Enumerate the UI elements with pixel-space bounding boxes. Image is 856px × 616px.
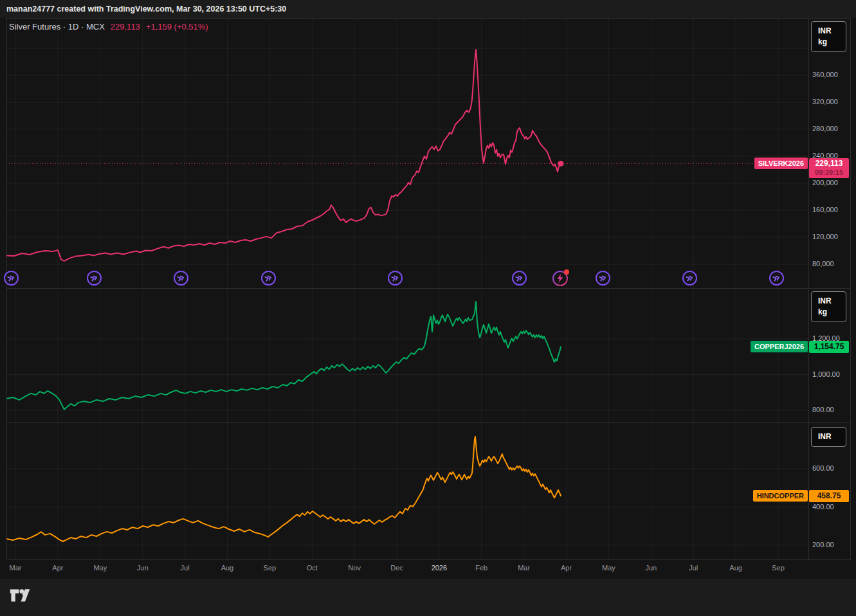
tradingview-logo-icon[interactable]: [10, 587, 30, 604]
tradingview-snapshot: manan24777 created with TradingView.com,…: [0, 0, 856, 616]
price-badge-silver-countdown: 09:39:15: [809, 168, 849, 177]
fast-forward-marker-icon[interactable]: [388, 271, 403, 285]
unit-badge-silver: INR kg: [811, 21, 846, 52]
unit-measure: kg: [818, 307, 846, 318]
time-axis-border: [6, 559, 850, 560]
price-tick-silver-120,000: 120,000: [812, 233, 838, 240]
legend-title[interactable]: Silver Futures · 1D · MCX: [9, 22, 105, 32]
price-tick-copper-1,000.00: 1,000.00: [812, 370, 840, 378]
time-tick-Oct-7: Oct: [307, 564, 318, 572]
price-tick-silver-200,000: 200,000: [812, 179, 838, 186]
price-tick-copper-1,200.00: 1,200.00: [812, 334, 840, 342]
time-tick-Sep-6: Sep: [264, 564, 277, 572]
price-tick-hind-200.00: 200.00: [812, 541, 834, 548]
unit-badge-hindcopper: INR: [811, 427, 846, 447]
time-tick-Jun-15: Jun: [645, 564, 657, 572]
time-tick-Jul-16: Jul: [689, 564, 698, 572]
attribution-text: manan24777 created with TradingView.com,…: [6, 5, 286, 14]
time-tick-Sep-18: Sep: [772, 564, 785, 572]
price-tick-silver-360,000: 360,000: [812, 71, 838, 78]
frame-top-border: [6, 18, 850, 19]
time-tick-Jul-4: Jul: [181, 564, 190, 572]
price-tick-hind-600.00: 600.00: [812, 464, 834, 472]
event-lightning-marker-icon[interactable]: [552, 271, 568, 286]
unit-currency: INR: [818, 26, 846, 37]
series-label-silverk2026[interactable]: SILVERK2026: [754, 158, 808, 169]
unit-badge-copper: INR kg: [811, 291, 846, 322]
unit-measure: kg: [818, 37, 846, 48]
time-tick-Apr-1: Apr: [52, 564, 63, 572]
pane-separator-1[interactable]: [6, 288, 850, 289]
frame-left-border: [6, 18, 7, 560]
time-tick-Apr-13: Apr: [561, 564, 572, 572]
time-tick-Feb-11: Feb: [475, 564, 487, 572]
attribution-bar: manan24777 created with TradingView.com,…: [0, 0, 856, 18]
footer-bar: TradingView: [0, 579, 856, 616]
fast-forward-marker-icon[interactable]: [87, 271, 102, 285]
price-tick-silver-240,000: 240,000: [812, 152, 838, 159]
price-tick-copper-800.00: 800.00: [812, 406, 834, 413]
time-tick-Aug-5: Aug: [221, 564, 234, 572]
fast-forward-marker-icon[interactable]: [261, 271, 276, 285]
time-tick-Mar-12: Mar: [518, 564, 530, 572]
price-tick-silver-320,000: 320,000: [812, 98, 838, 105]
legend-change: +1,159 (+0.51%): [146, 22, 208, 32]
time-tick-2026-10: 2026: [432, 564, 447, 572]
fast-forward-marker-icon[interactable]: [512, 271, 527, 285]
price-tick-hind-400.00: 400.00: [812, 503, 834, 511]
series-label-hindcopper[interactable]: HINDCOPPER: [753, 490, 808, 502]
time-tick-Dec-9: Dec: [390, 564, 403, 572]
time-tick-Nov-8: Nov: [348, 564, 361, 572]
price-badge-hindcopper: 458.75: [809, 490, 849, 502]
time-tick-Aug-17: Aug: [729, 564, 742, 572]
price-badge-silver-value: 229,113: [809, 159, 849, 168]
time-tick-May-2: May: [93, 564, 107, 572]
unit-currency: INR: [818, 296, 846, 307]
notification-dot: [564, 269, 569, 275]
time-tick-Jun-3: Jun: [137, 564, 149, 572]
series-label-copperj2026[interactable]: COPPERJ2026: [751, 341, 808, 352]
unit-currency: INR: [818, 431, 846, 442]
time-tick-May-14: May: [602, 564, 615, 572]
pane-separator-2[interactable]: [6, 422, 850, 423]
fast-forward-marker-icon[interactable]: [682, 271, 697, 285]
price-tick-silver-160,000: 160,000: [812, 206, 838, 213]
time-tick-Mar-0: Mar: [10, 564, 22, 572]
fast-forward-marker-icon[interactable]: [4, 271, 19, 285]
price-axis-separator: [808, 18, 809, 560]
lightning-bolt-icon: [556, 274, 564, 283]
chart-background[interactable]: [0, 18, 856, 579]
fast-forward-marker-icon[interactable]: [174, 271, 188, 285]
legend-silver-futures[interactable]: Silver Futures · 1D · MCX 229,113 +1,159…: [9, 22, 208, 32]
price-badge-silver: 229,113 09:39:15: [809, 158, 849, 178]
price-tick-silver-80,000: 80,000: [812, 260, 834, 267]
price-tick-silver-280,000: 280,000: [812, 125, 838, 132]
legend-last-price: 229,113: [111, 22, 140, 32]
frame-right-border: [850, 18, 851, 560]
fast-forward-marker-icon[interactable]: [769, 271, 784, 285]
fast-forward-marker-icon[interactable]: [596, 271, 610, 285]
price-badge-copper: 1,154.75: [809, 341, 849, 353]
